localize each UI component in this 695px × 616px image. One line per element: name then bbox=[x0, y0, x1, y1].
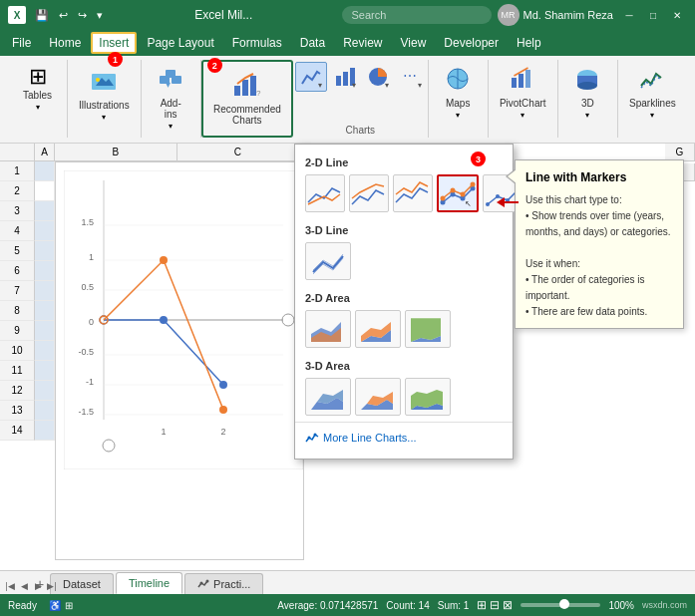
tooltip-use-when: Use it when: bbox=[525, 256, 673, 272]
cell-a2[interactable] bbox=[35, 181, 55, 201]
tab-timeline[interactable]: Timeline bbox=[116, 572, 182, 594]
normal-view-btn[interactable]: ⊞ bbox=[477, 598, 487, 612]
view-buttons: ⊞ ⊟ ⊠ bbox=[477, 598, 513, 612]
page-break-btn[interactable]: ⊠ bbox=[503, 598, 513, 612]
minimize-btn[interactable]: ─ bbox=[619, 6, 639, 24]
sparklines-button[interactable]: Sparklines ▾ bbox=[623, 62, 682, 124]
zoom-thumb[interactable] bbox=[559, 599, 569, 609]
arrow-line bbox=[505, 201, 519, 203]
status-bar: Ready ♿ ⊞ Average: 0.071428571 Count: 14… bbox=[0, 594, 695, 616]
line-chart-button[interactable]: ▾ bbox=[295, 62, 327, 92]
arrow-annotation bbox=[497, 197, 519, 207]
illustrations-button[interactable]: Illustrations ▾ bbox=[73, 62, 136, 126]
3d-line-thumb[interactable] bbox=[305, 242, 351, 280]
tab-dataset[interactable]: Dataset bbox=[50, 573, 114, 594]
svg-text:-1: -1 bbox=[86, 377, 94, 387]
ribbon-group-charts: ▾ ▾ ▾ bbox=[293, 60, 429, 138]
undo-btn[interactable]: ↩ bbox=[56, 7, 71, 24]
svg-rect-8 bbox=[242, 80, 248, 96]
cell-a1[interactable] bbox=[35, 161, 55, 181]
menu-formulas[interactable]: Formulas bbox=[224, 32, 290, 54]
svg-text:1: 1 bbox=[89, 252, 94, 262]
ribbon-group-maps: Maps ▾ bbox=[429, 60, 489, 138]
100-stacked-line-thumb[interactable] bbox=[393, 174, 433, 212]
menu-view[interactable]: View bbox=[393, 32, 435, 54]
step-3-badge: 3 bbox=[471, 152, 486, 166]
tables-button[interactable]: ⊞ Tables ▾ bbox=[17, 62, 58, 116]
user-area: MR Md. Shamim Reza bbox=[498, 4, 613, 26]
menu-help[interactable]: Help bbox=[509, 32, 549, 54]
addins-label: Add-ins bbox=[161, 98, 181, 120]
cell-a3[interactable] bbox=[35, 201, 55, 221]
close-btn[interactable]: ✕ bbox=[667, 6, 687, 24]
tab-prev[interactable]: ◀ bbox=[18, 580, 30, 592]
100-area-thumb[interactable] bbox=[405, 310, 451, 348]
maximize-btn[interactable]: □ bbox=[643, 6, 663, 24]
svg-rect-5 bbox=[166, 70, 175, 78]
svg-text:⋯: ⋯ bbox=[403, 68, 417, 84]
redo-btn[interactable]: ↪ bbox=[75, 7, 90, 24]
recommended-charts-button[interactable]: ? RecommendedCharts bbox=[207, 64, 287, 130]
addins-button[interactable]: ▾ Add-ins ▾ bbox=[151, 62, 190, 135]
tab-practice-label: Practi... bbox=[213, 578, 250, 590]
pie-chart-button[interactable]: ▾ bbox=[363, 63, 393, 91]
menu-review[interactable]: Review bbox=[335, 32, 390, 54]
more-charts-button[interactable]: ⋯ ▾ bbox=[396, 63, 426, 91]
menu-file[interactable]: File bbox=[4, 32, 39, 54]
maps-label: Maps bbox=[446, 98, 470, 109]
tab-practice[interactable]: Practi... bbox=[184, 573, 263, 594]
menu-home[interactable]: Home bbox=[41, 32, 89, 54]
section-3d-line-title: 3-D Line bbox=[295, 218, 513, 240]
stacked-area-thumb[interactable] bbox=[355, 310, 401, 348]
svg-rect-7 bbox=[234, 86, 240, 96]
zoom-slider[interactable] bbox=[521, 603, 600, 607]
svg-point-50 bbox=[160, 256, 168, 264]
more-line-charts-link[interactable]: More Line Charts... bbox=[295, 427, 513, 449]
3d-area-row bbox=[295, 376, 513, 422]
tooltip-bullet3: • There are few data points. bbox=[525, 304, 673, 320]
tab-next-next[interactable]: ▶| bbox=[46, 580, 58, 592]
3d-button[interactable]: 3D ▾ bbox=[567, 62, 607, 124]
section-3d-area-title: 3-D Area bbox=[295, 354, 513, 376]
svg-rect-24 bbox=[525, 70, 530, 88]
bar-chart-button[interactable]: ▾ bbox=[330, 63, 360, 91]
menu-pagelayout[interactable]: Page Layout bbox=[139, 32, 221, 54]
tab-prev-prev[interactable]: |◀ bbox=[4, 580, 16, 592]
line-chart-thumb[interactable] bbox=[305, 174, 345, 212]
stacked-line-thumb[interactable] bbox=[349, 174, 389, 212]
search-input[interactable] bbox=[342, 6, 492, 24]
pivotchart-button[interactable]: PivotChart ▾ bbox=[494, 62, 552, 124]
svg-point-48 bbox=[219, 381, 227, 389]
menu-developer[interactable]: Developer bbox=[436, 32, 507, 54]
3d-100-area-thumb[interactable] bbox=[405, 378, 451, 416]
page-layout-btn[interactable]: ⊟ bbox=[490, 598, 500, 612]
accessibility-icon[interactable]: ♿ bbox=[49, 600, 61, 611]
sparklines-icon bbox=[639, 66, 665, 96]
arrow-head bbox=[497, 197, 505, 207]
area-thumb[interactable] bbox=[305, 310, 351, 348]
menu-insert[interactable]: Insert bbox=[91, 32, 137, 54]
maps-button[interactable]: Maps ▾ bbox=[438, 62, 478, 124]
sum-stat: Sum: 1 bbox=[438, 600, 470, 611]
svg-point-70 bbox=[206, 580, 209, 583]
svg-point-2 bbox=[96, 78, 100, 82]
save-btn[interactable]: 💾 bbox=[32, 7, 52, 24]
svg-rect-13 bbox=[343, 72, 348, 86]
svg-text:▾: ▾ bbox=[166, 79, 171, 90]
svg-point-60 bbox=[461, 192, 466, 197]
status-right: Average: 0.071428571 Count: 14 Sum: 1 ⊞ … bbox=[277, 598, 687, 612]
menu-data[interactable]: Data bbox=[292, 32, 333, 54]
illustrations-icon bbox=[90, 66, 118, 98]
macro-icon[interactable]: ⊞ bbox=[65, 600, 73, 611]
ribbon-group-recommended-charts: ? RecommendedCharts 2 bbox=[201, 60, 293, 138]
dropdown-arrow[interactable]: ▾ bbox=[94, 7, 106, 24]
tab-next[interactable]: ▶ bbox=[32, 580, 44, 592]
section-2d-area-title: 2-D Area bbox=[295, 286, 513, 308]
chart-tooltip: Line with Markers Use this chart type to… bbox=[515, 159, 684, 329]
row-num-2: 2 bbox=[0, 181, 35, 201]
row-header-corner bbox=[0, 144, 35, 161]
line-markers-thumb[interactable]: ↖ bbox=[437, 174, 479, 212]
3d-area-thumb[interactable] bbox=[305, 378, 351, 416]
tooltip-bullet1: • Show trends over time (years, months, … bbox=[525, 208, 673, 240]
3d-stacked-area-thumb[interactable] bbox=[355, 378, 401, 416]
